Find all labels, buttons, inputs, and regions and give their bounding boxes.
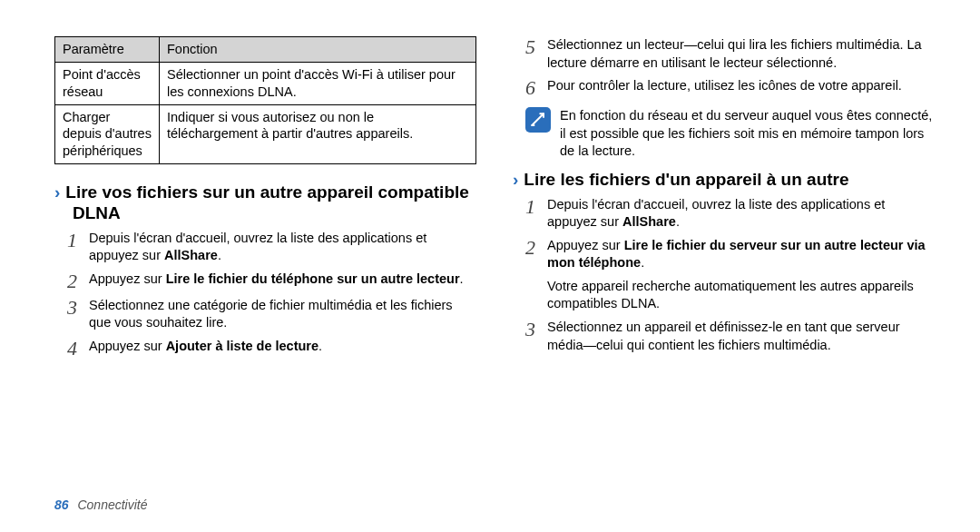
step-number: 1 xyxy=(67,230,89,251)
params-table: Paramètre Fonction Point d'accès réseau … xyxy=(54,36,476,164)
step-text: Appuyez sur Lire le fichier du téléphone… xyxy=(89,271,476,289)
step-number: 5 xyxy=(525,36,547,57)
step-number: 4 xyxy=(67,338,89,359)
step-3: 3 Sélectionnez un appareil et définissez… xyxy=(513,319,935,354)
note: En fonction du réseau et du serveur auqu… xyxy=(513,107,935,161)
section-lire-vos-fichiers: ›Lire vos fichiers sur un autre appareil… xyxy=(54,182,476,364)
step-text: Pour contrôler la lecture, utilisez les … xyxy=(547,77,935,95)
step-text: Depuis l'écran d'accueil, ouvrez la list… xyxy=(89,230,476,265)
cell-param: Point d'accès réseau xyxy=(55,62,160,104)
step-4: 4 Appuyez sur Ajouter à liste de lecture… xyxy=(54,338,476,359)
cell-func: Indiquer si vous autorisez ou non le tél… xyxy=(160,104,476,164)
step-2: 2 Appuyez sur Lire le fichier du télépho… xyxy=(54,271,476,291)
step-text: Sélectionnez un appareil et définissez-l… xyxy=(547,319,935,354)
page-body: Paramètre Fonction Point d'accès réseau … xyxy=(54,36,935,481)
step-2: 2 Appuyez sur Lire le fichier du serveur… xyxy=(513,237,935,313)
left-column: Paramètre Fonction Point d'accès réseau … xyxy=(54,36,476,481)
section-lire-les-fichiers: ›Lire les fichiers d'un appareil à un au… xyxy=(513,170,935,360)
step-number: 1 xyxy=(525,196,547,217)
cell-param: Charger depuis d'autres périphériques xyxy=(55,104,160,164)
step-6: 6 Pour contrôler la lecture, utilisez le… xyxy=(513,77,935,98)
step-3: 3 Sélectionnez une catégorie de fichier … xyxy=(54,297,476,332)
step-text: Depuis l'écran d'accueil, ouvrez la list… xyxy=(547,196,935,232)
step-text: Appuyez sur Lire le fichier du serveur s… xyxy=(547,237,935,313)
cell-func: Sélectionner un point d'accès Wi-Fi à ut… xyxy=(160,62,476,104)
table-row: Point d'accès réseau Sélectionner un poi… xyxy=(55,62,476,104)
page-number: 86 xyxy=(54,498,69,512)
step-number: 2 xyxy=(525,237,547,258)
note-text: En fonction du réseau et du serveur auqu… xyxy=(560,107,935,161)
th-fonction: Fonction xyxy=(160,37,476,63)
page-footer: 86 Connectivité xyxy=(54,498,148,512)
section-heading: ›Lire les fichiers d'un appareil à un au… xyxy=(513,170,935,191)
chevron-icon: › xyxy=(54,182,60,202)
step-text: Appuyez sur Ajouter à liste de lecture. xyxy=(89,338,476,356)
page-section: Connectivité xyxy=(77,498,147,512)
step-text: Sélectionnez une catégorie de fichier mu… xyxy=(89,297,476,332)
table-row: Charger depuis d'autres périphériques In… xyxy=(55,104,476,164)
chevron-icon: › xyxy=(513,170,518,189)
section-heading: ›Lire vos fichiers sur un autre appareil… xyxy=(54,182,476,224)
th-parametre: Paramètre xyxy=(55,37,160,63)
step-1: 1 Depuis l'écran d'accueil, ouvrez la li… xyxy=(54,230,476,265)
step-number: 6 xyxy=(525,77,547,98)
step-text: Sélectionnez un lecteur—celui qui lira l… xyxy=(547,36,935,72)
step-number: 2 xyxy=(67,271,89,291)
right-column: 5 Sélectionnez un lecteur—celui qui lira… xyxy=(513,36,935,481)
step-number: 3 xyxy=(525,319,547,340)
step-number: 3 xyxy=(67,297,89,318)
step-5: 5 Sélectionnez un lecteur—celui qui lira… xyxy=(513,36,935,72)
step-1: 1 Depuis l'écran d'accueil, ouvrez la li… xyxy=(513,196,935,232)
note-icon xyxy=(525,107,551,133)
